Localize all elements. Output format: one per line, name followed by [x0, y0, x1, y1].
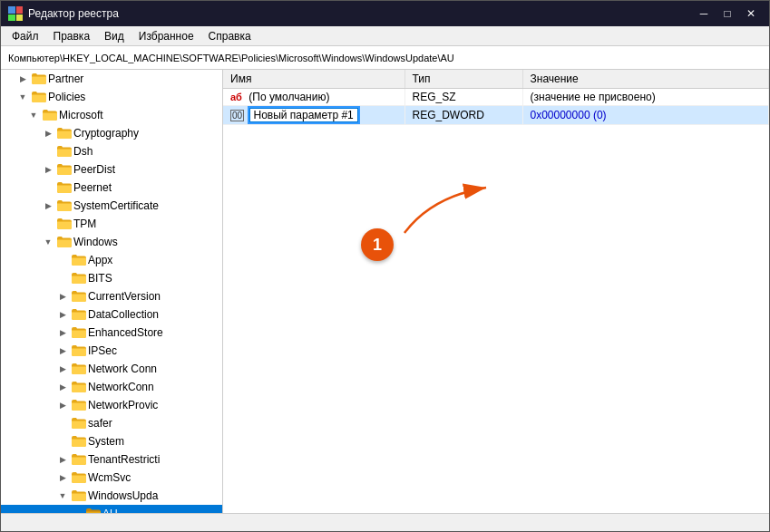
- tree-label: NetworkConn: [88, 381, 154, 393]
- menu-file[interactable]: Файл: [5, 28, 46, 44]
- folder-icon: [32, 73, 46, 84]
- maximize-button[interactable]: □: [716, 5, 738, 23]
- folder-icon: [43, 110, 57, 121]
- expand-icon: ▶: [55, 452, 70, 467]
- col-value: Значение: [522, 70, 769, 89]
- tree-item-currentversion[interactable]: ▶ CurrentVersion: [1, 287, 222, 305]
- tree-item-networkconn1[interactable]: ▶ Network Conn: [1, 360, 222, 378]
- tree-panel[interactable]: ▶ Partner ▼ Policies ▼ Microsof: [1, 70, 223, 513]
- close-button[interactable]: ✕: [740, 5, 762, 23]
- tree-item-syscert[interactable]: ▶ SystemCertificate: [1, 197, 222, 215]
- tree-item-networkconn2[interactable]: ▶ NetworkConn: [1, 378, 222, 396]
- expand-icon: ▼: [26, 108, 41, 122]
- tree-item-cryptography[interactable]: ▶ Cryptography: [1, 124, 222, 142]
- expand-icon: ▶: [55, 362, 70, 376]
- tree-item-policies[interactable]: ▼ Policies: [1, 88, 222, 106]
- minimize-button[interactable]: ─: [693, 5, 715, 23]
- tree-item-dsh[interactable]: ▶ Dsh: [1, 142, 222, 160]
- registry-type-cell: REG_SZ: [404, 89, 522, 106]
- tree-label: DataCollection: [88, 308, 159, 321]
- tree-label: Partner: [48, 73, 83, 85]
- tree-item-tenantrestr[interactable]: ▶ TenantRestricti: [1, 450, 222, 469]
- tree-label: Peernet: [73, 181, 112, 194]
- tree-item-networkprov[interactable]: ▶ NetworkProvic: [1, 396, 222, 414]
- expand-icon: ▶: [55, 289, 70, 304]
- folder-icon: [72, 400, 86, 411]
- arrow-annotation: [395, 179, 504, 245]
- folder-icon: [57, 200, 72, 211]
- address-path: Компьютер\HKEY_LOCAL_MACHINE\SOFTWARE\Po…: [8, 53, 762, 63]
- folder-icon: [72, 382, 86, 392]
- folder-icon: [72, 327, 86, 338]
- registry-value-cell: 0x00000000 (0): [522, 106, 769, 125]
- tree-item-au[interactable]: ▶ AU: [1, 505, 222, 513]
- table-row[interactable]: 00 REG_DWORD 0x00000000 (0): [223, 106, 769, 125]
- tree-label: EnhancedStore: [88, 326, 163, 339]
- window-title: Редактор реестра: [28, 7, 693, 20]
- tree-item-windows[interactable]: ▼ Windows: [1, 233, 222, 251]
- expand-icon: ▶: [41, 126, 55, 140]
- tree-label: NetworkProvic: [88, 399, 158, 411]
- tree-label: Microsoft: [59, 109, 103, 121]
- folder-icon: [72, 363, 86, 374]
- annotation-number-1: 1: [361, 228, 394, 261]
- tree-item-system[interactable]: ▶ System: [1, 432, 222, 450]
- registry-name-input[interactable]: [249, 108, 358, 122]
- folder-icon: [72, 418, 86, 429]
- tree-item-peerdist[interactable]: ▶ PeerDist: [1, 160, 222, 179]
- tree-label: Dsh: [73, 145, 93, 158]
- expand-icon: ▶: [55, 380, 70, 394]
- tree-item-ipsec[interactable]: ▶ IPSec: [1, 342, 222, 360]
- tree-item-appx[interactable]: ▶ Appx: [1, 251, 222, 269]
- expand-icon: ▼: [41, 235, 55, 249]
- tree-item-datacollection[interactable]: ▶ DataCollection: [1, 305, 222, 324]
- tree-label: SystemCertificate: [73, 199, 159, 212]
- tree-label: IPSec: [88, 344, 117, 357]
- registry-name: (По умолчанию): [249, 91, 329, 103]
- tree-label: WindowsUpda: [88, 489, 158, 502]
- folder-icon: [72, 454, 86, 465]
- reg-ab-icon: аб: [230, 92, 242, 102]
- tree-item-windowsupdate[interactable]: ▼ WindowsUpda: [1, 487, 222, 505]
- folder-icon: [32, 92, 46, 102]
- folder-icon: [57, 164, 72, 175]
- right-panel: 1 Имя Тип Значен: [223, 70, 769, 513]
- expand-icon: ▶: [55, 343, 70, 358]
- menu-help[interactable]: Справка: [201, 28, 258, 44]
- tree-label: TPM: [73, 218, 96, 230]
- menu-favorites[interactable]: Избранное: [132, 28, 201, 44]
- folder-icon: [57, 218, 72, 229]
- folder-icon: [72, 490, 86, 501]
- registry-value-cell: (значение не присвоено): [522, 89, 769, 106]
- tree-item-safer[interactable]: ▶ safer: [1, 414, 222, 432]
- folder-icon: [72, 291, 86, 302]
- window-controls: ─ □ ✕: [693, 5, 762, 23]
- registry-name-cell: аб (По умолчанию): [223, 89, 404, 106]
- tree-label: Policies: [48, 91, 85, 103]
- folder-icon: [72, 309, 86, 320]
- tree-label: BITS: [88, 272, 112, 285]
- menu-bar: Файл Правка Вид Избранное Справка: [1, 26, 769, 46]
- address-bar: Компьютер\HKEY_LOCAL_MACHINE\SOFTWARE\Po…: [1, 46, 769, 70]
- tree-item-microsoft[interactable]: ▼ Microsoft: [1, 106, 222, 124]
- tree-item-enhancedstore[interactable]: ▶ EnhancedStore: [1, 324, 222, 342]
- folder-icon: [57, 237, 72, 247]
- tree-item-tpm[interactable]: ▶ TPM: [1, 215, 222, 233]
- folder-icon: [72, 436, 86, 447]
- tree-item-bits[interactable]: ▶ BITS: [1, 269, 222, 287]
- tree-item-peernet[interactable]: ▶ Peernet: [1, 179, 222, 197]
- folder-icon: [57, 182, 72, 193]
- reg-dword-icon: 00: [230, 110, 244, 121]
- tree-item-wcmsvc[interactable]: ▶ WcmSvc: [1, 469, 222, 487]
- tree-label: Cryptography: [73, 127, 139, 140]
- tree-item-partner[interactable]: ▶ Partner: [1, 70, 222, 88]
- col-type: Тип: [404, 70, 522, 89]
- expand-icon: ▶: [15, 72, 30, 86]
- folder-icon: [57, 128, 72, 139]
- expand-icon: ▶: [41, 162, 55, 177]
- menu-view[interactable]: Вид: [97, 28, 132, 44]
- col-name: Имя: [223, 70, 404, 89]
- menu-edit[interactable]: Правка: [46, 28, 98, 44]
- table-row[interactable]: аб (По умолчанию) REG_SZ (значение не пр…: [223, 89, 769, 106]
- registry-name-cell-editing[interactable]: 00: [223, 106, 404, 125]
